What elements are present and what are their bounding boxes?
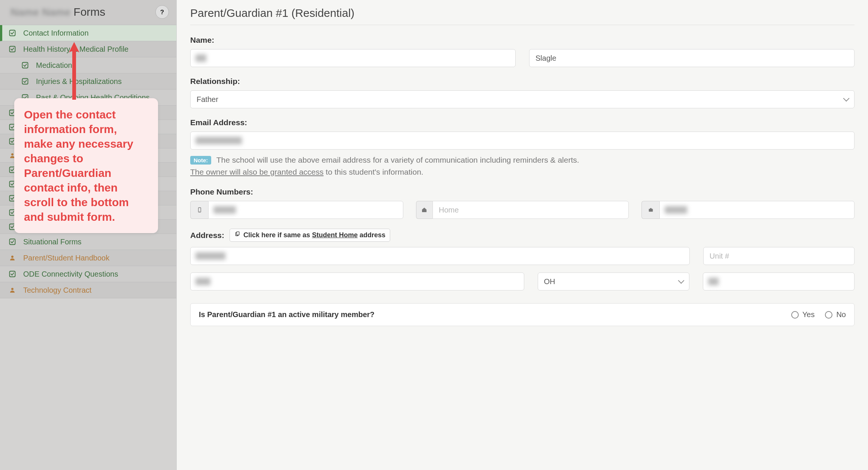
sidebar-item[interactable]: Medications — [0, 57, 176, 73]
city-input[interactable] — [190, 272, 524, 290]
sidebar-item[interactable]: Contact Information — [0, 25, 176, 41]
last-name-input[interactable] — [529, 49, 855, 67]
radio-icon — [791, 311, 799, 319]
sidebar-item[interactable]: Injuries & Hospitalizations — [0, 73, 176, 90]
first-name-input[interactable] — [190, 49, 516, 67]
home-phone-icon — [416, 201, 433, 219]
svg-rect-23 — [237, 232, 239, 235]
annotation-callout: Open the contact information form, make … — [14, 98, 158, 233]
svg-rect-21 — [650, 208, 652, 209]
help-button[interactable]: ? — [155, 5, 169, 19]
state-select[interactable]: OH — [538, 272, 689, 290]
sidebar-title-redacted: Name Name — [10, 6, 70, 18]
sidebar-item-label: Contact Information — [23, 29, 168, 37]
sidebar-item-label: Situational Forms — [23, 238, 168, 246]
check-icon — [8, 238, 16, 245]
zip-input[interactable] — [703, 272, 855, 290]
sidebar-item-label: Medications — [36, 61, 168, 70]
copy-address-button[interactable]: Click here if same as Student Home addre… — [230, 229, 390, 242]
radio-icon — [825, 311, 832, 319]
sidebar-item-label: Parent/Student Handbook — [23, 254, 168, 262]
sidebar-header: Name Name Forms ? — [0, 0, 176, 25]
note-badge: Note: — [190, 156, 211, 165]
check-icon — [21, 78, 29, 85]
sidebar-item[interactable]: ODE Connectivity Questions — [0, 266, 176, 282]
copy-icon — [234, 231, 240, 239]
person-icon — [8, 254, 16, 261]
svg-point-19 — [199, 211, 200, 211]
sidebar-item-label: ODE Connectivity Questions — [23, 270, 168, 278]
phone-label: Phone Numbers: — [190, 187, 855, 196]
sidebar-item[interactable]: Technology Contract — [0, 282, 176, 298]
app-root: Name Name Forms ? Contact InformationHea… — [0, 0, 868, 470]
note-access-link[interactable]: The owner will also be granted access — [190, 168, 324, 176]
sidebar-title: Forms — [73, 6, 105, 18]
military-no-option[interactable]: No — [825, 310, 846, 319]
svg-rect-16 — [10, 271, 15, 277]
note-text-1: The school will use the above email addr… — [216, 156, 579, 164]
note-text-2: to this student's information. — [324, 168, 424, 176]
check-icon — [8, 271, 16, 277]
person-icon — [8, 287, 16, 293]
name-label: Name: — [190, 36, 855, 45]
email-note: Note: The school will use the above emai… — [190, 154, 855, 178]
military-radio-group: Yes No — [791, 310, 846, 319]
unit-input[interactable] — [703, 247, 855, 265]
svg-rect-20 — [649, 209, 653, 211]
svg-rect-1 — [10, 46, 15, 52]
sidebar-item[interactable]: Health History & Medical Profile — [0, 41, 176, 57]
relationship-select[interactable]: Father — [190, 90, 855, 108]
svg-point-15 — [11, 256, 13, 258]
sidebar: Name Name Forms ? Contact InformationHea… — [0, 0, 177, 470]
email-label: Email Address: — [190, 118, 855, 127]
work-phone-input[interactable] — [659, 201, 855, 219]
military-question-label: Is Parent/Guardian #1 an active military… — [199, 310, 374, 319]
help-icon: ? — [160, 9, 164, 15]
military-yes-option[interactable]: Yes — [791, 310, 815, 319]
svg-rect-3 — [22, 79, 28, 84]
sidebar-item-label: Health History & Medical Profile — [23, 45, 168, 54]
check-icon — [21, 62, 29, 69]
main-pane: Parent/Guardian #1 (Residential) Name: R… — [177, 0, 868, 470]
check-icon — [8, 30, 16, 36]
military-question-box: Is Parent/Guardian #1 an active military… — [190, 303, 855, 326]
home-phone-input[interactable] — [433, 201, 629, 219]
svg-rect-2 — [22, 63, 28, 68]
relationship-label: Relationship: — [190, 77, 855, 86]
check-icon — [8, 46, 16, 52]
svg-rect-0 — [10, 30, 15, 36]
mobile-icon — [190, 201, 208, 219]
sidebar-item[interactable]: Situational Forms — [0, 234, 176, 250]
mobile-phone-input[interactable] — [208, 201, 403, 219]
address-label: Address: — [190, 231, 224, 240]
svg-rect-14 — [10, 239, 15, 245]
sidebar-item-label: Technology Contract — [23, 286, 168, 295]
page-title: Parent/Guardian #1 (Residential) — [190, 7, 855, 25]
svg-point-8 — [11, 153, 13, 156]
svg-point-17 — [11, 288, 13, 290]
sidebar-item-label: Injuries & Hospitalizations — [36, 77, 168, 86]
sidebar-item[interactable]: Parent/Student Handbook — [0, 250, 176, 266]
email-input[interactable] — [190, 132, 855, 150]
work-phone-icon — [641, 201, 659, 219]
street-input[interactable] — [190, 247, 690, 265]
